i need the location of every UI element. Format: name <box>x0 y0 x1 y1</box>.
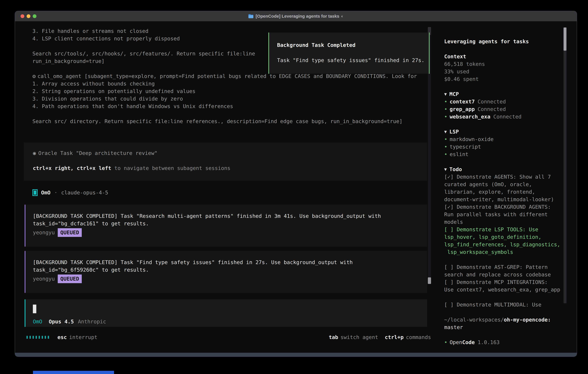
status-badge: QUEUED <box>58 274 82 283</box>
background-task-message: [BACKGROUND TASK COMPLETED] Task "Resear… <box>25 205 427 247</box>
context-tokens: 66,518 tokens <box>444 60 566 68</box>
traffic-lights <box>21 14 36 18</box>
context-spent: $0.46 spent <box>444 75 566 83</box>
message-text: [BACKGROUND TASK COMPLETED] Task "Find t… <box>33 259 353 266</box>
spacer <box>444 309 566 316</box>
tab-key-hint: tab <box>329 333 338 341</box>
status-dot-icon: • <box>444 339 447 346</box>
mcp-name: context7 <box>450 98 475 105</box>
scrollback-line: 4. Path operations that don't handle Win… <box>32 103 417 110</box>
terminal-window: [OpenCode] Leveraging agents for tasks ◐… <box>15 11 577 357</box>
workspace-branch-line: master <box>444 323 566 331</box>
scrollback-blank-line <box>32 110 417 118</box>
mcp-item: • websearch_exa Connected <box>444 113 566 120</box>
context-used: 33% used <box>444 68 566 75</box>
todo-line: [✓] Demonstrate AGENTS: Show all 7 <box>444 173 566 181</box>
folder-icon <box>248 14 254 19</box>
oracle-task-title: Oracle Task "Deep architecture review" <box>38 150 158 156</box>
status-dot-icon: • <box>444 135 447 143</box>
agent-model: claude-opus-4-5 <box>61 189 108 197</box>
mcp-name: websearch_exa <box>450 113 491 120</box>
status-dot-icon: • <box>444 151 447 158</box>
message-meta: yeongyu QUEUED <box>33 229 82 237</box>
todo-line: Run parallel tasks with different <box>444 211 566 218</box>
mcp-status: Connected <box>478 105 506 113</box>
todo-line: curated agents (OmO, oracle, <box>444 181 566 188</box>
agent-name: OmO <box>41 189 51 197</box>
subagent-navigation-hint: ctrl+x right, ctrl+x left to navigate be… <box>33 165 231 172</box>
todo-line-active: [ ] Demonstrate LSP TOOLS: Use <box>444 226 566 233</box>
ctrlp-key-hint: ctrl+p <box>385 333 404 341</box>
spacer <box>444 45 566 53</box>
agent-separator: · <box>54 189 57 197</box>
chevron-down-icon: ▼ <box>444 128 447 135</box>
workspace-branch: master <box>444 323 463 331</box>
todo-line: search and replace across codebase <box>444 271 566 278</box>
background-task-message: [BACKGROUND TASK COMPLETED] Task "Find t… <box>25 251 427 293</box>
main-scrollbar-thumb[interactable] <box>428 277 431 284</box>
input-agent-name: OmO <box>33 318 42 325</box>
hint-text: to navigate between subagent sessions <box>115 165 231 171</box>
titlebar[interactable]: [OpenCode] Leveraging agents for tasks ◐ <box>15 11 577 21</box>
message-text: task_id="bg_6f59260c" to get results. <box>33 266 149 274</box>
sidebar-scrollbar-thumb[interactable] <box>564 28 567 51</box>
todo-line: [ ] Demonstrate MULTIMODAL: Use <box>444 301 566 309</box>
gear-icon: ⚙ <box>32 73 36 80</box>
lsp-item: • typescript <box>444 143 566 151</box>
agent-checkbox-icon <box>32 189 38 196</box>
model-row: OmO Opus 4.5 Anthropic <box>33 318 106 325</box>
hint-key-left: ctrl+x left <box>77 165 111 171</box>
spacer <box>444 158 566 166</box>
sidebar-scrollbar-track[interactable] <box>564 28 567 303</box>
scrollback-line: 2. String operations on potentially unde… <box>32 87 417 95</box>
input-model-provider: Anthropic <box>78 318 106 325</box>
ctrlp-key-label: commands <box>406 333 431 341</box>
todo-line: [ ] Demonstrate AST-GREP: Pattern <box>444 263 566 271</box>
app-name-prefix: Open <box>450 339 462 346</box>
scrollback-line: Search src/ directory. Return specific f… <box>32 118 417 125</box>
close-button[interactable] <box>21 14 24 18</box>
oracle-task-panel: ◉Oracle Task "Deep architecture review" … <box>24 143 427 181</box>
prompt-input[interactable]: OmO Opus 4.5 Anthropic <box>25 299 427 327</box>
todo-line: librarian, explore, frontend, <box>444 188 566 196</box>
scrollback-line: 3. Division operations that could divide… <box>32 95 417 103</box>
zoom-button[interactable] <box>33 14 36 18</box>
esc-key-hint: esc <box>57 333 67 341</box>
workspace-path: ~/local-workspaces/ <box>444 316 504 323</box>
message-text: [BACKGROUND TASK COMPLETED] Task "Resear… <box>33 212 381 220</box>
spacer <box>444 331 566 339</box>
todo-line-active: lsp_find_references, lsp_diagnostics, <box>444 241 566 248</box>
todo-line: models <box>444 218 566 226</box>
message-text: task_id="bg_dcfac161" to get results. <box>33 220 149 227</box>
mcp-status: Connected <box>478 98 506 105</box>
todo-line: document-writer, multimodal-looker) <box>444 196 566 203</box>
mcp-heading: MCP <box>449 90 459 98</box>
spacer <box>444 83 566 90</box>
status-dot-icon: • <box>444 113 447 120</box>
text-cursor <box>33 305 36 313</box>
mcp-item: • grep_app Connected <box>444 105 566 113</box>
lsp-name: eslint <box>450 151 469 158</box>
window-bottom-bar <box>15 353 577 356</box>
spacer <box>444 293 566 301</box>
message-author: yeongyu <box>33 275 55 283</box>
minimize-button[interactable] <box>27 14 30 18</box>
todo-heading: Todo <box>449 166 462 173</box>
status-badge: QUEUED <box>58 228 82 237</box>
lsp-section-header[interactable]: ▼ LSP <box>444 128 566 135</box>
workspace-path-line: ~/local-workspaces/oh-my-opencode: <box>444 316 566 323</box>
window-title: [OpenCode] Leveraging agents for tasks <box>256 14 339 19</box>
app-version: 1.0.163 <box>478 339 500 346</box>
status-right: tab switch agent ctrl+p commands <box>329 333 431 341</box>
oracle-task-title-row: ◉Oracle Task "Deep architecture review" <box>33 149 158 157</box>
background-task-toast: Background Task Completed Task "Find typ… <box>268 32 430 74</box>
hint-key-right: ctrl+x right, <box>33 165 74 171</box>
mcp-section-header[interactable]: ▼ MCP <box>444 90 566 98</box>
spacer <box>444 120 566 128</box>
tab-key-label: switch agent <box>340 333 378 341</box>
todo-section-header[interactable]: ▼ Todo <box>444 166 566 173</box>
todo-line-active: lsp_workspace_symbols <box>444 248 566 256</box>
fisheye-icon: ◉ <box>33 150 36 156</box>
session-sidebar: Leveraging agents for tasks Context 66,5… <box>444 38 566 346</box>
status-bar: esc interrupt tab switch agent ctrl+p co… <box>26 333 431 341</box>
